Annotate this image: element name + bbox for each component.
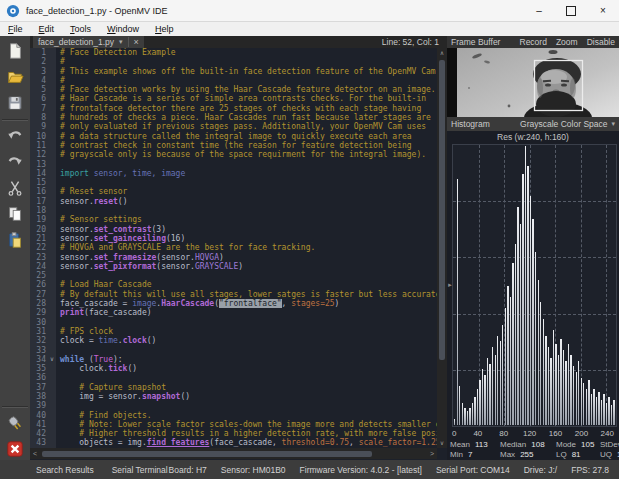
code-line[interactable] — [60, 178, 437, 187]
code-line[interactable]: sensor.set_framesize(sensor.HQVGA) — [60, 253, 437, 262]
code-line[interactable]: while (True): — [60, 355, 437, 364]
undo-button[interactable] — [4, 125, 26, 147]
histogram-bar — [472, 403, 473, 425]
histogram-bar — [477, 389, 478, 425]
color-space-dropdown[interactable]: Grayscale Color Space ▾ — [520, 119, 615, 129]
code-line[interactable]: print(face_cascade) — [60, 308, 437, 317]
code-line[interactable]: # hundreds of checks a piece. Haar Casca… — [60, 113, 437, 122]
code-line[interactable]: # Load Haar Cascade — [60, 280, 437, 289]
histogram-title: Histogram — [451, 119, 490, 129]
code-line[interactable]: # frontalface detector there are 25 stag… — [60, 104, 437, 113]
code-line[interactable]: # Face Detection Example — [60, 48, 437, 57]
code-line[interactable]: sensor.set_gainceiling(16) — [60, 234, 437, 243]
code-editor[interactable]: 1234567891011121314151617181920212223242… — [30, 48, 437, 448]
frame-buffer-disable-button[interactable]: Disable — [587, 37, 615, 47]
paste-button[interactable] — [4, 229, 26, 251]
code-line[interactable]: sensor.set_pixformat(sensor.GRAYSCALE) — [60, 262, 437, 271]
status-serial-terminal[interactable]: Serial Terminal — [112, 465, 168, 475]
histogram-bar — [535, 252, 536, 425]
new-file-button[interactable] — [4, 40, 26, 62]
horizontal-scroll-thumb[interactable] — [42, 451, 372, 457]
code-line[interactable]: # — [60, 76, 437, 85]
code-line[interactable] — [60, 373, 437, 382]
menu-edit[interactable]: Edit — [39, 24, 55, 34]
histogram-bar — [560, 339, 561, 425]
code-line[interactable]: # Face detection works by using the Haar… — [60, 85, 437, 94]
save-file-button[interactable] — [4, 92, 26, 114]
editor-vertical-scrollbar[interactable]: ∧ ∨ — [437, 48, 447, 448]
close-button[interactable]: × — [587, 0, 619, 21]
open-file-button[interactable] — [4, 66, 26, 88]
code-line[interactable] — [60, 401, 437, 410]
histogram-bar — [558, 355, 559, 425]
code-line[interactable] — [60, 346, 437, 355]
status-search-results[interactable]: Search Results — [36, 465, 94, 475]
menu-window[interactable]: Window — [107, 24, 139, 34]
line-number: 8 — [30, 113, 56, 122]
code-line[interactable]: # only evaluated if previous stages pass… — [60, 122, 437, 131]
code-line[interactable]: # a data structure called the integral i… — [60, 132, 437, 141]
code-line[interactable]: # — [60, 57, 437, 66]
code-line[interactable]: clock = time.clock() — [60, 336, 437, 345]
line-number: 42 — [30, 429, 56, 438]
minimize-button[interactable]: – — [523, 0, 555, 21]
code-line[interactable]: # Reset sensor — [60, 187, 437, 196]
save-icon — [6, 94, 24, 112]
line-number: 27 — [30, 290, 56, 299]
editor-horizontal-scrollbar[interactable]: < > — [30, 448, 437, 459]
menu-tools[interactable]: Tools — [70, 24, 91, 34]
tab-close-icon[interactable]: × — [128, 37, 139, 47]
redo-button[interactable] — [4, 151, 26, 173]
histogram-bar — [482, 369, 483, 425]
code-line[interactable]: face_cascade = image.HaarCascade("fronta… — [60, 299, 437, 308]
code-line[interactable]: # Haar Cascade is a series of simple are… — [60, 94, 437, 103]
line-number: 10 — [30, 132, 56, 141]
code-line[interactable]: sensor.set_contrast(3) — [60, 225, 437, 234]
frame-buffer-zoom-button[interactable]: Zoom — [556, 37, 578, 47]
histogram-bar — [502, 325, 503, 425]
frame-buffer-record-button[interactable]: Record — [520, 37, 547, 47]
histogram-bar — [608, 397, 609, 425]
vertical-scroll-thumb[interactable] — [439, 60, 445, 360]
code-line[interactable]: # grayscale only is because of the space… — [60, 150, 437, 159]
cut-button[interactable] — [4, 177, 26, 199]
scroll-down-icon[interactable]: ∨ — [440, 438, 444, 448]
editor-tab-bar: face_detection_1.py ▾ × Line: 52, Col: 1 — [30, 36, 447, 48]
scroll-left-icon[interactable]: < — [30, 450, 40, 457]
tab-face-detection[interactable]: face_detection_1.py ▾ × — [33, 36, 144, 48]
stop-script-button[interactable] — [4, 438, 26, 460]
fold-marker-icon[interactable]: ∨ — [48, 355, 56, 364]
histogram-bars — [454, 146, 615, 425]
maximize-button[interactable] — [555, 0, 587, 21]
code-line[interactable] — [60, 206, 437, 215]
code-line[interactable]: # By default this will use all stages, l… — [60, 290, 437, 299]
scroll-up-icon[interactable]: ∧ — [440, 48, 444, 58]
code-line[interactable] — [60, 160, 437, 169]
code-line[interactable]: # HQVGA and GRAYSCALE are the best for f… — [60, 243, 437, 252]
code-line[interactable]: # Capture snapshot — [60, 383, 437, 392]
frame-buffer-view[interactable] — [447, 48, 619, 117]
code-line[interactable]: # Sensor settings — [60, 215, 437, 224]
code-line[interactable]: # Note: Lower scale factor scales-down t… — [60, 420, 437, 429]
code-line[interactable] — [60, 318, 437, 327]
copy-button[interactable] — [4, 203, 26, 225]
menu-file[interactable]: File — [8, 24, 23, 34]
code-line[interactable]: # This example shows off the built-in fa… — [60, 67, 437, 76]
code-line[interactable]: # contrast check in constant time (the r… — [60, 141, 437, 150]
code-line[interactable]: import sensor, time, image — [60, 169, 437, 178]
line-number: 31 — [30, 327, 56, 336]
code-line[interactable]: sensor.reset() — [60, 197, 437, 206]
code-line[interactable]: img = sensor.snapshot() — [60, 392, 437, 401]
chevron-down-icon[interactable]: ▾ — [119, 38, 123, 46]
connect-button[interactable] — [4, 412, 26, 434]
code-line[interactable] — [60, 271, 437, 280]
code-line[interactable]: # Find objects. — [60, 411, 437, 420]
status-drive: Drive: J:/ — [524, 465, 558, 475]
code-area[interactable]: # Face Detection Example## This example … — [56, 48, 437, 448]
code-line[interactable]: objects = img.find_features(face_cascade… — [60, 438, 437, 447]
scroll-right-icon[interactable]: > — [427, 450, 437, 457]
resolution-label: Res (w:240, h:160) — [447, 132, 619, 142]
code-line[interactable]: # FPS clock — [60, 327, 437, 336]
code-line[interactable]: clock.tick() — [60, 364, 437, 373]
menu-help[interactable]: Help — [155, 24, 174, 34]
